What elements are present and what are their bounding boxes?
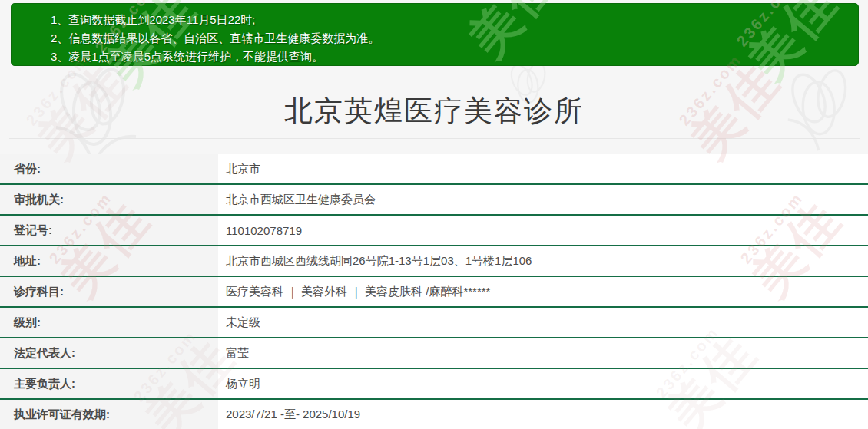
field-value: 北京市	[218, 154, 868, 183]
field-value: 110102078719	[218, 216, 868, 245]
title-divider	[9, 138, 860, 139]
notice-line-2: 2、信息数据结果以各省、自治区、直辖市卫生健康委数据为准。	[51, 29, 858, 48]
field-value: 医疗美容科 ｜ 美容外科 ｜ 美容皮肤科 /麻醉科******	[218, 277, 868, 306]
table-row-level: 级别: 未定级	[0, 308, 868, 338]
table-row-medical-subjects: 诊疗科目: 医疗美容科 ｜ 美容外科 ｜ 美容皮肤科 /麻醉科******	[0, 277, 868, 308]
field-label: 法定代表人:	[0, 338, 218, 368]
table-row-registration-number: 登记号: 110102078719	[0, 216, 868, 246]
field-value: 富莹	[218, 338, 868, 368]
table-row-license-validity: 执业许可证有效期: 2023/7/21 -至- 2025/10/19	[0, 400, 868, 429]
notice-line-1: 1、查询数据截止到2023年11月5日22时;	[51, 11, 858, 29]
field-label: 级别:	[0, 308, 218, 337]
table-row-legal-representative: 法定代表人: 富莹	[0, 338, 868, 369]
page-title: 北京英煌医疗美容诊所	[0, 93, 868, 130]
table-row-province: 省份: 北京市	[0, 154, 868, 185]
field-value: 北京市西城区卫生健康委员会	[218, 185, 868, 214]
field-label: 诊疗科目:	[0, 277, 218, 306]
table-row-approval-authority: 审批机关: 北京市西城区卫生健康委员会	[0, 185, 868, 216]
notice-line-3: 3、凌晨1点至凌晨5点系统进行维护，不能提供查询。	[51, 48, 858, 66]
field-value: 北京市西城区西绒线胡同26号院1-13号1层03、1号楼1层106	[218, 246, 868, 276]
field-label: 执业许可证有效期:	[0, 400, 218, 429]
field-label: 地址:	[0, 246, 218, 276]
table-row-main-person-in-charge: 主要负责人: 杨立明	[0, 369, 868, 400]
field-label: 主要负责人:	[0, 369, 218, 398]
field-value: 杨立明	[218, 369, 868, 398]
field-value: 2023/7/21 -至- 2025/10/19	[218, 400, 868, 429]
clinic-info-table: 省份: 北京市 审批机关: 北京市西城区卫生健康委员会 登记号: 1101020…	[0, 154, 868, 429]
field-label: 审批机关:	[0, 185, 218, 214]
table-row-address: 地址: 北京市西城区西绒线胡同26号院1-13号1层03、1号楼1层106	[0, 246, 868, 277]
notice-banner: 1、查询数据截止到2023年11月5日22时; 2、信息数据结果以各省、自治区、…	[11, 3, 859, 66]
field-label: 登记号:	[0, 216, 218, 245]
field-label: 省份:	[0, 154, 218, 183]
field-value: 未定级	[218, 308, 868, 337]
